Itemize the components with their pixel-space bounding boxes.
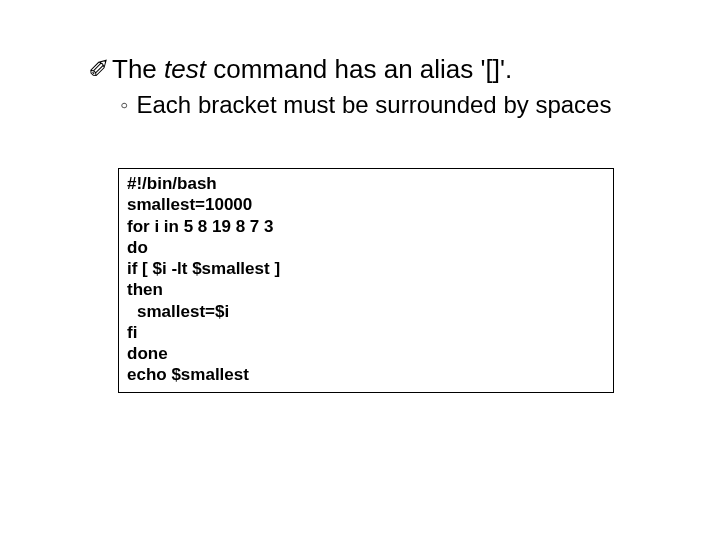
code-line: echo $smallest xyxy=(127,364,605,385)
code-block: #!/bin/bash smallest=10000 for i in 5 8 … xyxy=(118,168,614,393)
heading-pre: The xyxy=(112,54,164,84)
code-line: smallest=10000 xyxy=(127,194,605,215)
sub-bullet-line: ◦Each bracket must be surrounded by spac… xyxy=(120,90,640,120)
sub-bullet-text: Each bracket must be surrounded by space… xyxy=(137,90,617,120)
code-line: fi xyxy=(127,322,605,343)
bullet-icon: ✐ xyxy=(88,54,110,85)
code-line: if [ $i -lt $smallest ] xyxy=(127,258,605,279)
code-line: for i in 5 8 19 8 7 3 xyxy=(127,216,605,237)
code-line: #!/bin/bash xyxy=(127,173,605,194)
circle-bullet-icon: ◦ xyxy=(120,90,129,120)
code-line: then xyxy=(127,279,605,300)
heading-post: command has an alias '[]'. xyxy=(206,54,512,84)
heading-command: test xyxy=(164,54,206,84)
code-line: smallest=$i xyxy=(127,301,605,322)
code-line: do xyxy=(127,237,605,258)
heading-line: ✐The test command has an alias '[]'. xyxy=(88,54,648,85)
slide: ✐The test command has an alias '[]'. ◦Ea… xyxy=(0,0,720,540)
code-line: done xyxy=(127,343,605,364)
